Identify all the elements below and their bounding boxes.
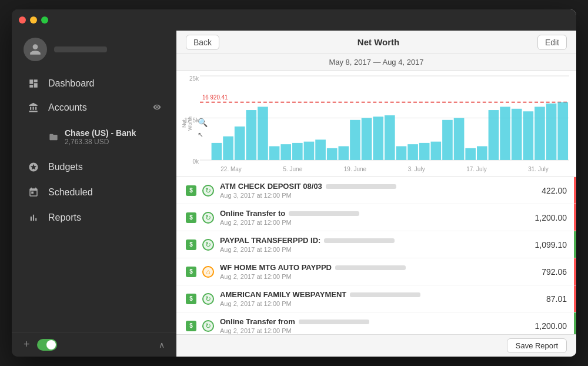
transaction-row[interactable]: $ ⌂ WF HOME MTG AUTO PAYPPD Aug 2, 2017 … — [176, 258, 576, 285]
accounts-header: Accounts — [27, 101, 161, 114]
minimize-button[interactable] — [30, 16, 37, 24]
transaction-row[interactable]: $ ↻ AMERICAN FAMILY WEBPAYMENT Aug 2, 20… — [176, 285, 576, 312]
toggle-switch[interactable] — [37, 339, 57, 351]
tx-icon-col: $ — [186, 239, 196, 250]
tx-amount: 1,200.00 — [535, 213, 567, 222]
tx-info: AMERICAN FAMILY WEBPAYMENT Aug 2, 2017 a… — [220, 290, 540, 307]
main-toolbar: Back Net Worth Edit — [176, 31, 576, 54]
zoom-icon[interactable]: 🔍 — [198, 118, 208, 127]
user-profile[interactable] — [12, 31, 176, 71]
svg-rect-6 — [223, 137, 233, 160]
y-tick-25k: 25k — [189, 75, 199, 82]
transaction-row[interactable]: $ ↻ PAYPAL TRANSFERPPD ID: Aug 2, 2017 a… — [176, 231, 576, 258]
svg-rect-23 — [419, 143, 430, 160]
pointer-icon[interactable]: ↖ — [198, 131, 208, 139]
tx-amount: 1,099.10 — [535, 240, 567, 249]
svg-rect-5 — [212, 143, 222, 160]
edit-button[interactable]: Edit — [537, 35, 567, 50]
tx-info: WF HOME MTG AUTO PAYPPD Aug 2, 2017 at 1… — [220, 263, 536, 280]
svg-rect-29 — [489, 110, 499, 160]
tx-date: Aug 3, 2017 at 12:00 PM — [220, 192, 536, 199]
add-button[interactable]: + — [24, 338, 30, 351]
tx-date: Aug 2, 2017 at 12:00 PM — [220, 219, 529, 226]
svg-rect-26 — [454, 118, 465, 160]
transaction-row[interactable]: $ ↻ Online Transfer from Aug 2, 2017 at … — [176, 312, 576, 334]
sidebar-item-reports-label: Reports — [48, 212, 81, 223]
account-sub-list: Chase (US) - Bank 2,763.38 USD — [48, 125, 176, 149]
budgets-icon — [27, 161, 40, 174]
svg-rect-9 — [258, 107, 268, 159]
svg-rect-21 — [396, 146, 407, 159]
tx-info: PAYPAL TRANSFERPPD ID: Aug 2, 2017 at 12… — [220, 236, 529, 253]
chase-account-item[interactable]: Chase (US) - Bank 2,763.38 USD — [48, 125, 176, 149]
x-label-17july: 17. July — [466, 166, 486, 177]
sidebar-item-scheduled[interactable]: Scheduled — [15, 180, 173, 205]
tx-name-blurred — [289, 211, 359, 216]
sidebar-item-budgets[interactable]: Budgets — [15, 155, 173, 179]
tx-dollar-icon: $ — [186, 321, 196, 331]
svg-rect-24 — [431, 142, 442, 160]
tx-bar — [574, 204, 576, 231]
maximize-button[interactable] — [41, 16, 48, 24]
tx-date: Aug 2, 2017 at 12:00 PM — [220, 246, 529, 253]
sidebar-item-budgets-label: Budgets — [48, 162, 83, 172]
sidebar-nav: Dashboard Accounts — [12, 71, 176, 332]
tx-name: AMERICAN FAMILY WEBPAYMENT — [220, 290, 540, 299]
sidebar-item-reports[interactable]: Reports — [15, 205, 173, 230]
x-label-19june: 19. June — [344, 166, 366, 177]
tx-status-icon: ↻ — [202, 239, 214, 251]
svg-rect-30 — [500, 107, 510, 159]
tx-name-blurred — [324, 238, 395, 243]
sidebar-item-dashboard-label: Dashboard — [48, 78, 94, 89]
svg-rect-27 — [465, 148, 476, 160]
avatar — [24, 38, 47, 61]
tx-status-icon: ↻ — [202, 212, 214, 224]
chart-x-labels: 22. May 5. June 19. June 3. July 17. Jul… — [200, 166, 569, 177]
tx-dollar-icon: $ — [186, 294, 196, 304]
chart-tools: 🔍 ↖ — [198, 118, 208, 139]
svg-rect-10 — [269, 146, 280, 159]
save-report-button[interactable]: Save Report — [507, 338, 567, 353]
back-button[interactable]: Back — [186, 35, 219, 50]
x-label-22may: 22. May — [220, 166, 242, 177]
chase-account-info: Chase (US) - Bank 2,763.38 USD — [65, 128, 136, 146]
app-window: Dashboard Accounts — [12, 9, 576, 357]
tx-icon-col: $ — [186, 267, 196, 277]
traffic-lights — [19, 16, 48, 24]
svg-rect-11 — [280, 144, 291, 160]
tx-amount: 87.01 — [546, 294, 567, 304]
svg-rect-14 — [315, 139, 326, 160]
eye-icon[interactable] — [153, 103, 161, 113]
svg-rect-19 — [373, 117, 383, 160]
sidebar: Dashboard Accounts — [12, 9, 176, 357]
tx-info: ATM CHECK DEPOSIT 08/03 Aug 3, 2017 at 1… — [220, 182, 536, 199]
transaction-row[interactable]: $ ↻ ATM CHECK DEPOSIT 08/03 Aug 3, 2017 … — [176, 177, 576, 204]
tx-bar — [574, 231, 576, 258]
svg-rect-18 — [362, 118, 372, 160]
sidebar-item-dashboard[interactable]: Dashboard — [15, 71, 173, 96]
net-worth-chart[interactable]: 16 920.41 — [200, 71, 569, 166]
y-tick-0k: 0k — [192, 158, 199, 165]
chevron-up-icon[interactable]: ∧ — [159, 340, 165, 350]
close-button[interactable] — [19, 16, 26, 24]
tx-name-blurred — [335, 265, 406, 270]
svg-rect-28 — [477, 146, 487, 159]
svg-rect-35 — [557, 102, 568, 160]
tx-date: Aug 2, 2017 at 12:00 PM — [220, 273, 536, 280]
tx-date: Aug 2, 2017 at 12:00 PM — [220, 300, 540, 307]
x-label-3july: 3. July — [408, 166, 425, 177]
svg-rect-16 — [339, 146, 349, 159]
tx-bar — [574, 312, 576, 334]
sidebar-item-accounts[interactable]: Accounts Chase (US) - Bank 2,763.38 USD — [15, 97, 173, 154]
svg-rect-20 — [385, 115, 395, 160]
tx-name: WF HOME MTG AUTO PAYPPD — [220, 263, 536, 272]
transaction-list: $ ↻ ATM CHECK DEPOSIT 08/03 Aug 3, 2017 … — [176, 177, 576, 334]
tx-amount: 792.06 — [542, 267, 567, 277]
transaction-row[interactable]: $ ↻ Online Transfer to Aug 2, 2017 at 12… — [176, 204, 576, 231]
tx-status-icon: ↻ — [202, 320, 214, 332]
tx-name: Online Transfer to — [220, 209, 529, 218]
svg-rect-25 — [442, 120, 453, 160]
tx-name: Online Transfer from — [220, 317, 529, 326]
tx-icon-col: $ — [186, 185, 196, 196]
tx-icon-col: $ — [186, 294, 196, 304]
